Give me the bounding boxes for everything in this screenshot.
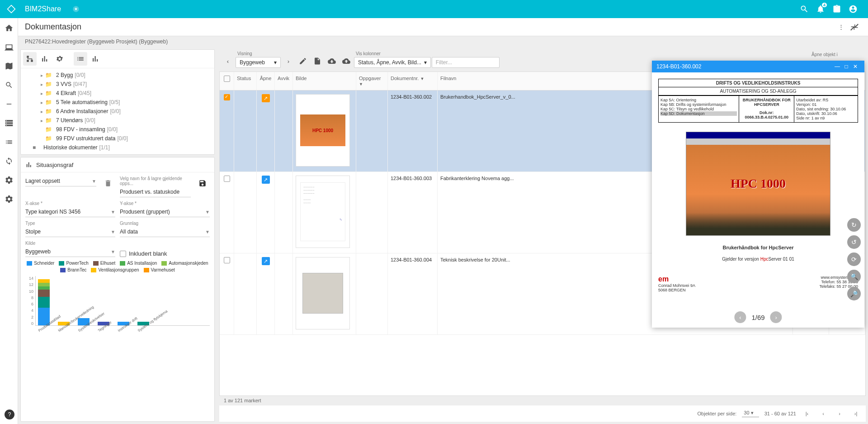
svg-rect-6 — [44, 56, 45, 62]
xakse-select[interactable]: Type kategori NS 3456▼ — [25, 207, 115, 217]
tree-item[interactable]: ▸📁3 VVS[0/47] — [21, 80, 214, 89]
open-icon[interactable]: ↗ — [262, 257, 270, 265]
breadcrumb: PN276422:Hovedregister (Byggeweb Prosjek… — [18, 36, 868, 47]
tree-item[interactable]: ▸📁2 Bygg[0/0] — [21, 71, 214, 80]
page-collapse-icon[interactable] — [848, 20, 861, 34]
rotate-cw-icon[interactable]: ↻ — [847, 218, 861, 232]
nav-back-icon[interactable]: ‹ — [221, 54, 235, 68]
rail-laptop-icon[interactable] — [4, 42, 14, 52]
row-checkbox[interactable] — [224, 176, 230, 182]
app-logo-icon — [7, 5, 16, 14]
rail-list-icon[interactable] — [4, 137, 14, 148]
name-hint-label: Velg navn for å lagre gjeldende opps... — [120, 176, 191, 186]
pager-last-icon[interactable]: ›| — [850, 408, 861, 419]
pager-range: 31 - 60 av 121 — [764, 411, 796, 416]
file-icon[interactable] — [311, 54, 324, 68]
svg-rect-10 — [97, 59, 98, 62]
folder-tree: ▸📁2 Bygg[0/0]▸📁3 VVS[0/47]▸📁4 Elkraft[0/… — [21, 68, 214, 154]
edit-icon[interactable] — [296, 54, 310, 68]
view-chart-icon[interactable] — [89, 52, 102, 66]
tree-item[interactable]: ▸📁6 Andre Installasjoner[0/0] — [21, 107, 214, 116]
tree-item[interactable]: 📁98 FDV - innsamling[0/0] — [21, 125, 214, 134]
modal-max-icon[interactable]: □ — [842, 63, 851, 70]
col-apne[interactable]: Åpne — [257, 72, 275, 90]
tree-item[interactable]: ▸📁5 Tele automatisering[0/5] — [21, 98, 214, 107]
pager-per-label: Objekter per side: — [698, 411, 737, 416]
view-list-icon[interactable] — [74, 52, 87, 66]
tree-item[interactable]: ▸📁4 Elkraft[0/45] — [21, 89, 214, 98]
brand-name: BIM2Share — [25, 5, 61, 13]
open-icon[interactable]: ↗ — [262, 94, 270, 102]
rotate-ccw-icon[interactable]: ↺ — [847, 235, 861, 249]
cloud-up-icon[interactable] — [340, 54, 353, 68]
svg-rect-3 — [31, 60, 33, 62]
modal-prev-icon[interactable]: ‹ — [734, 311, 746, 323]
zoom-out-icon[interactable]: 🔎 — [847, 287, 861, 300]
row-checkbox[interactable] — [224, 94, 230, 100]
col-doknr[interactable]: Dokumentnr. ▼ — [388, 72, 438, 90]
filter-input[interactable]: Filter... — [432, 57, 500, 68]
modal-close-icon[interactable]: ✕ — [851, 63, 860, 70]
col-status[interactable]: Status — [234, 72, 257, 90]
col-bilde[interactable]: Bilde — [293, 72, 356, 90]
rail-minus-icon[interactable] — [4, 99, 14, 110]
yakse-select[interactable]: Produsent (gruppert)▼ — [120, 207, 210, 217]
view-settings-icon[interactable] — [53, 52, 66, 66]
selection-status: 1 av 121 markert — [219, 396, 866, 405]
search-icon[interactable] — [796, 1, 812, 17]
nav-fwd-icon[interactable]: › — [282, 54, 295, 68]
select-all-checkbox[interactable] — [224, 76, 230, 82]
notifications-icon[interactable]: 4 — [812, 1, 829, 17]
view-hierarchy-icon[interactable] — [23, 52, 37, 66]
page-more-icon[interactable]: ⋮ — [834, 20, 848, 34]
pager-prev-icon[interactable]: ‹ — [818, 408, 829, 419]
rail-map-icon[interactable] — [4, 61, 14, 71]
preview-image: HPC 1000 — [686, 132, 830, 236]
pager-next-icon[interactable]: › — [834, 408, 845, 419]
bar-chart: 14121086420 ProduktdatabladManualer/bruk… — [25, 276, 210, 344]
clipboard-icon[interactable] — [829, 1, 845, 17]
open-icon[interactable]: ↗ — [262, 176, 270, 184]
viskolonner-select[interactable]: Status, Åpne, Avvik, Bild...▾ — [354, 57, 431, 68]
col-oppgaver[interactable]: Oppgaver ▼ — [356, 72, 388, 90]
bar-column — [38, 279, 50, 325]
rail-settings-icon[interactable] — [4, 175, 14, 186]
svg-rect-12 — [28, 162, 29, 167]
type-select[interactable]: Stolpe▼ — [25, 227, 115, 237]
view-stats-icon[interactable] — [38, 52, 52, 66]
svg-rect-2 — [27, 56, 29, 58]
visning-select[interactable]: Byggeweb▾ — [236, 57, 281, 68]
preview-modal: 1234-B01-360.002 — □ ✕ DRIFTS OG VEDLIKE… — [652, 61, 864, 328]
grunnlag-select[interactable]: All data▼ — [120, 227, 210, 237]
inkludert-label: Inkludert blank — [129, 250, 167, 257]
inkludert-checkbox[interactable] — [120, 251, 126, 257]
tree-item[interactable]: ■Historiske dokumenter[1/1] — [21, 143, 214, 152]
graf-title: Situasjonsgraf — [36, 162, 73, 168]
saved-layout-select[interactable]: Lagret oppsett▼ — [25, 176, 96, 186]
pager-per-select[interactable]: 30 ▾ — [742, 410, 759, 417]
pager-first-icon[interactable]: |‹ — [802, 408, 812, 419]
help-icon[interactable]: ? — [5, 410, 14, 419]
rail-loop-icon[interactable] — [4, 156, 14, 167]
save-icon[interactable] — [195, 176, 210, 191]
rail-storage-icon[interactable] — [4, 118, 14, 129]
svg-rect-4 — [27, 60, 29, 62]
left-rail — [0, 18, 18, 424]
modal-next-icon[interactable]: › — [770, 311, 782, 323]
account-icon[interactable] — [845, 1, 861, 17]
rail-settings2-icon[interactable] — [4, 194, 14, 205]
modal-min-icon[interactable]: — — [833, 63, 842, 70]
zoom-in-icon[interactable]: 🔍 — [847, 270, 861, 283]
tree-item[interactable]: ▸📁7 Utendørs[0/0] — [21, 116, 214, 125]
row-checkbox[interactable] — [224, 257, 230, 263]
delete-icon[interactable] — [101, 176, 115, 191]
tree-item[interactable]: 📁99 FDV ustrukturert data[0/0] — [21, 134, 214, 143]
rail-home-icon[interactable] — [4, 23, 14, 33]
cloud-down-icon[interactable] — [325, 54, 339, 68]
col-avvik[interactable]: Avvik — [275, 72, 293, 90]
favorite-icon[interactable] — [68, 1, 84, 17]
layout-name-input[interactable]: Produsert vs. statuskode — [120, 187, 191, 197]
refresh-icon[interactable]: ⟳ — [847, 252, 861, 266]
kilde-select[interactable]: Byggeweb▼ — [25, 247, 115, 257]
rail-search-icon[interactable] — [4, 80, 14, 91]
